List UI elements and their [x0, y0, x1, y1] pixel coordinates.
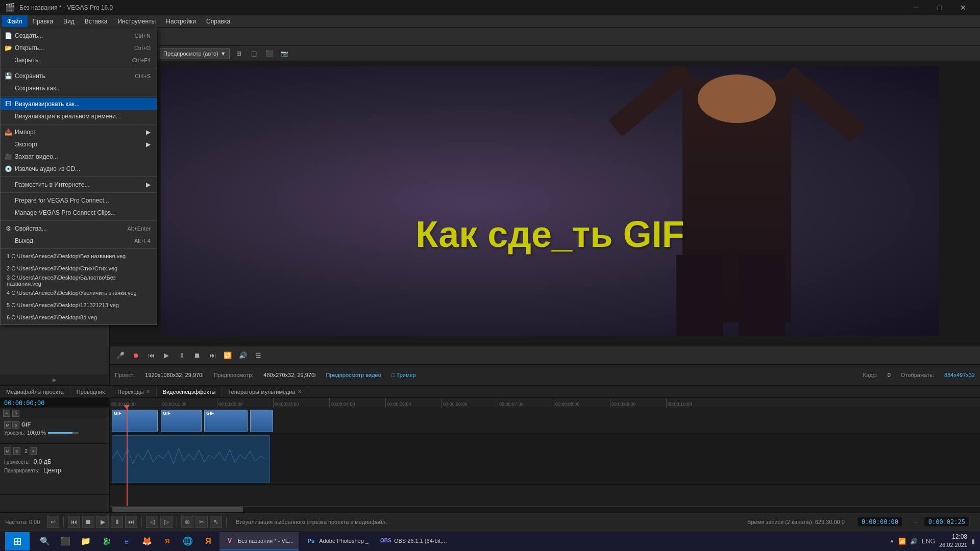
preview-grid-btn[interactable]: ⊞ [233, 47, 245, 60]
recent-file-5[interactable]: 5 C:\Users\Алексей\Desktop\121321213.veg [1, 299, 157, 311]
stop-btn[interactable]: ⏹ [191, 350, 203, 361]
menu-import[interactable]: 📥 Импорт ▶ [1, 126, 157, 138]
audio-expand-btn[interactable]: 4 [30, 447, 37, 455]
bt-prev-btn[interactable]: ⏮ [68, 516, 80, 528]
bt-loop-btn[interactable]: ↩ [47, 516, 59, 528]
menu-item-file[interactable]: Файл [2, 15, 28, 27]
recent-file-6[interactable]: 6 C:\Users\Алексей\Desktop\8d.veg [1, 311, 157, 323]
taskbar-obs-app[interactable]: OBS OBS 26.1.1 (64-bit,... [376, 532, 452, 550]
taskbar-vegas-app[interactable]: V Без названия * - VE... [219, 532, 299, 550]
bt-next-marker-btn[interactable]: ▷ [160, 516, 173, 528]
menu-create[interactable]: 📄 Создать... Ctrl+N [1, 30, 157, 42]
bt-razor-btn[interactable]: ✂ [195, 516, 208, 528]
taskbar-ie-btn[interactable]: e [117, 532, 136, 550]
menu-save-as[interactable]: Сохранить как... [1, 82, 157, 94]
preview-snap-btn[interactable]: 📷 [279, 47, 291, 60]
trim-link[interactable]: □ Тример [391, 372, 416, 378]
audio-clip-1[interactable] [112, 435, 270, 483]
preview-video-link[interactable]: Предпросмотр видео [326, 372, 381, 378]
start-button[interactable]: ⊞ [5, 532, 30, 550]
taskbar-dragon-btn[interactable]: 🐉 [97, 532, 115, 550]
menu-export[interactable]: Экспорт ▶ [1, 138, 157, 151]
menu-vegas-connect-prepare[interactable]: Prepare for VEGAS Pro Connect... [1, 194, 157, 207]
menu-item-settings[interactable]: Настройки [161, 15, 201, 27]
taskbar-photoshop-app[interactable]: Ps Adobe Photoshop _ [301, 532, 374, 550]
recent-file-1[interactable]: 1 C:\Users\Алексей\Desktop\Без названия.… [1, 250, 157, 262]
taskbar-chrome-btn[interactable]: 🌐 [179, 532, 197, 550]
menu-item-insert[interactable]: Вставка [80, 15, 113, 27]
menu-properties[interactable]: ⚙ Свойства... Alt+Enter [1, 222, 157, 235]
bt-prev-marker-btn[interactable]: ◁ [146, 516, 158, 528]
taskbar-search-btn[interactable]: 🔍 [36, 532, 54, 550]
menu-open[interactable]: 📂 Открыть... Ctrl+O [1, 42, 157, 54]
menu-vegas-connect-manage[interactable]: Manage VEGAS Pro Connect Clips... [1, 207, 157, 219]
audio-mute-btn[interactable]: M [4, 447, 11, 455]
menu-item-help[interactable]: Справка [201, 15, 235, 27]
recent-file-3[interactable]: 3 C:\Users\Алексей\Desktop\Балоство\Без … [1, 274, 157, 287]
tab-generators[interactable]: Генераторы мультимедиа ✕ [222, 386, 308, 397]
mute-all-btn[interactable]: ≡ [3, 410, 10, 417]
taskbar-taskview-btn[interactable]: ⬛ [56, 532, 75, 550]
taskbar-lang-label[interactable]: ENG [922, 538, 935, 545]
preview-mode-dropdown[interactable]: Предпросмотр (авто) ▼ [160, 48, 230, 59]
video-clip-1[interactable]: GIF [112, 410, 158, 432]
preview-split-btn[interactable]: ◫ [248, 47, 260, 60]
loop-btn[interactable]: 🔁 [222, 350, 233, 361]
tab-explorer[interactable]: Проводник [70, 386, 111, 397]
panel-collapse-btn[interactable]: ▶ [0, 374, 109, 385]
close-button[interactable]: ✕ [951, 0, 975, 15]
minimize-button[interactable]: ─ [904, 0, 928, 15]
play-btn[interactable]: ▶ [161, 350, 172, 361]
next-frame-btn[interactable]: ⏭ [207, 350, 218, 361]
preview-fullscreen-btn[interactable]: ⬛ [263, 47, 276, 60]
pause-btn[interactable]: ⏸ [176, 350, 187, 361]
bt-play-btn[interactable]: ▶ [96, 516, 109, 528]
video-clip-4[interactable] [250, 410, 273, 432]
bt-pause-btn[interactable]: ⏸ [111, 516, 123, 528]
menu-extract-audio[interactable]: 💿 Извлечь аудио из CD... [1, 163, 157, 175]
playlist-btn[interactable]: ☰ [253, 350, 264, 361]
prev-frame-btn[interactable]: ⏮ [145, 350, 157, 361]
taskbar-files-btn[interactable]: 📁 [77, 532, 95, 550]
recent-file-4[interactable]: 4 C:\Users\Алексей\Desktop\Увеличить зна… [1, 287, 157, 299]
generators-close-btn[interactable]: ✕ [298, 389, 302, 394]
menu-capture-video[interactable]: 🎥 Захват видео... [1, 151, 157, 163]
menu-save[interactable]: 💾 Сохранить Ctrl+S [1, 70, 157, 82]
tab-video-effects[interactable]: Видеоспецэффекты [157, 386, 223, 397]
bt-stop-btn[interactable]: ⏹ [82, 516, 94, 528]
solo-all-btn[interactable]: S [12, 410, 19, 417]
video-mute-btn[interactable]: M [4, 421, 11, 429]
menu-exit[interactable]: Выход Alt+F4 [1, 235, 157, 247]
menu-publish[interactable]: Разместить в Интернете... ▶ [1, 179, 157, 191]
bt-end-btn[interactable]: ⏭ [125, 516, 137, 528]
mic-btn[interactable]: 🎤 [115, 350, 126, 361]
taskbar-volume-icon[interactable]: 🔊 [910, 538, 918, 545]
menu-item-view[interactable]: Вид [58, 15, 80, 27]
speaker-btn[interactable]: 🔊 [237, 350, 249, 361]
menu-item-edit[interactable]: Правка [28, 15, 59, 27]
video-clip-2[interactable]: GIF [161, 410, 202, 432]
video-solo-btn[interactable]: S [12, 421, 19, 429]
bt-scrub-btn[interactable]: ⊚ [181, 516, 193, 528]
video-clip-3[interactable]: GIF [204, 410, 248, 432]
rec-btn[interactable]: ⏺ [130, 350, 141, 361]
playhead[interactable] [127, 408, 128, 506]
taskbar-firefox-btn[interactable]: 🦊 [138, 532, 156, 550]
menu-render-as[interactable]: 🎞 Визуализировать как... [1, 98, 157, 110]
audio-solo-btn[interactable]: S [13, 447, 20, 455]
transitions-close-btn[interactable]: ✕ [146, 389, 150, 394]
recent-file-2[interactable]: 2 C:\Users\Алексей\Desktop\Стих\Стих.veg [1, 262, 157, 274]
taskbar-yandex-btn[interactable]: Я [158, 532, 177, 550]
level-slider[interactable] [48, 432, 79, 434]
taskbar-yandex-google-btn[interactable]: Я [199, 532, 217, 550]
taskbar-network-icon[interactable]: 📶 [898, 538, 906, 545]
maximize-button[interactable]: □ [928, 0, 951, 15]
tab-transitions[interactable]: Переходы ✕ [111, 386, 157, 397]
system-clock[interactable]: 12:08 26.02.2021 [939, 533, 967, 549]
tab-media-files[interactable]: Медиафайлы проекта [0, 386, 70, 397]
taskbar-arrow-icon[interactable]: ∧ [890, 538, 894, 545]
bt-select-btn[interactable]: ↖ [210, 516, 222, 528]
menu-render-realtime[interactable]: Визуализация в реальном времени... [1, 110, 157, 122]
menu-item-tools[interactable]: Инструменты [112, 15, 161, 27]
menu-close[interactable]: Закрыть Ctrl+F4 [1, 54, 157, 66]
